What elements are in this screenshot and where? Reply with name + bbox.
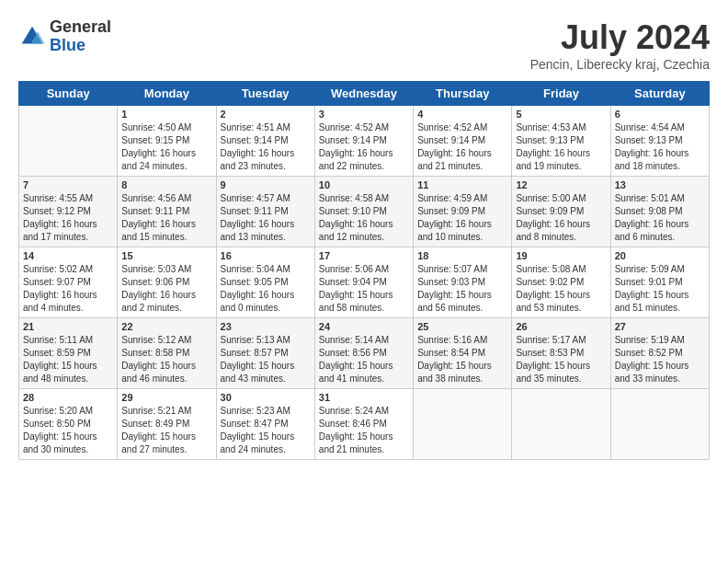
calendar-day: 24Sunrise: 5:14 AMSunset: 8:56 PMDayligh… bbox=[314, 318, 413, 389]
calendar-day: 29Sunrise: 5:21 AMSunset: 8:49 PMDayligh… bbox=[118, 389, 216, 460]
day-info: Sunrise: 5:19 AMSunset: 8:52 PMDaylight:… bbox=[615, 334, 705, 385]
calendar-day: 17Sunrise: 5:06 AMSunset: 9:04 PMDayligh… bbox=[314, 247, 413, 318]
day-number: 25 bbox=[417, 321, 507, 332]
day-info: Sunrise: 5:16 AMSunset: 8:54 PMDaylight:… bbox=[417, 334, 507, 385]
calendar-day: 26Sunrise: 5:17 AMSunset: 8:53 PMDayligh… bbox=[512, 318, 610, 389]
location: Pencin, Liberecky kraj, Czechia bbox=[530, 57, 710, 72]
day-number: 9 bbox=[221, 179, 311, 190]
logo-general: General bbox=[50, 18, 111, 37]
day-info: Sunrise: 5:07 AMSunset: 9:03 PMDaylight:… bbox=[417, 263, 507, 315]
calendar-day: 5Sunrise: 4:53 AMSunset: 9:13 PMDaylight… bbox=[512, 106, 610, 177]
day-info: Sunrise: 4:53 AMSunset: 9:13 PMDaylight:… bbox=[516, 121, 606, 173]
calendar-day: 14Sunrise: 5:02 AMSunset: 9:07 PMDayligh… bbox=[19, 247, 118, 318]
day-number: 23 bbox=[221, 321, 311, 332]
calendar-day: 23Sunrise: 5:13 AMSunset: 8:57 PMDayligh… bbox=[216, 318, 314, 389]
day-number: 16 bbox=[221, 250, 311, 261]
calendar-week-4: 21Sunrise: 5:11 AMSunset: 8:59 PMDayligh… bbox=[19, 318, 710, 389]
day-number: 12 bbox=[516, 179, 606, 190]
day-number: 8 bbox=[121, 179, 211, 190]
day-info: Sunrise: 5:09 AMSunset: 9:01 PMDaylight:… bbox=[615, 263, 705, 315]
day-info: Sunrise: 5:04 AMSunset: 9:05 PMDaylight:… bbox=[221, 263, 311, 315]
col-tuesday: Tuesday bbox=[216, 82, 314, 106]
calendar-day: 12Sunrise: 5:00 AMSunset: 9:09 PMDayligh… bbox=[512, 177, 610, 247]
calendar-week-3: 14Sunrise: 5:02 AMSunset: 9:07 PMDayligh… bbox=[19, 247, 710, 318]
calendar-day: 4Sunrise: 4:52 AMSunset: 9:14 PMDaylight… bbox=[414, 106, 512, 177]
day-number: 17 bbox=[319, 250, 409, 261]
day-info: Sunrise: 4:57 AMSunset: 9:11 PMDaylight:… bbox=[221, 192, 311, 244]
day-number: 2 bbox=[221, 109, 311, 120]
day-info: Sunrise: 5:17 AMSunset: 8:53 PMDaylight:… bbox=[516, 334, 606, 385]
calendar-day: 18Sunrise: 5:07 AMSunset: 9:03 PMDayligh… bbox=[414, 247, 512, 318]
day-info: Sunrise: 5:12 AMSunset: 8:58 PMDaylight:… bbox=[121, 334, 211, 385]
calendar-day: 3Sunrise: 4:52 AMSunset: 9:14 PMDaylight… bbox=[314, 106, 413, 177]
day-number: 31 bbox=[319, 392, 409, 403]
header-row: Sunday Monday Tuesday Wednesday Thursday… bbox=[19, 82, 710, 106]
day-info: Sunrise: 5:20 AMSunset: 8:50 PMDaylight:… bbox=[23, 405, 113, 456]
calendar-day: 13Sunrise: 5:01 AMSunset: 9:08 PMDayligh… bbox=[610, 177, 709, 247]
day-info: Sunrise: 4:56 AMSunset: 9:11 PMDaylight:… bbox=[121, 192, 211, 244]
day-info: Sunrise: 5:03 AMSunset: 9:06 PMDaylight:… bbox=[121, 263, 211, 315]
day-info: Sunrise: 5:08 AMSunset: 9:02 PMDaylight:… bbox=[516, 263, 606, 315]
day-number: 11 bbox=[417, 179, 507, 190]
day-number: 3 bbox=[319, 109, 409, 120]
header: General Blue July 2024 Pencin, Liberecky… bbox=[18, 18, 710, 72]
calendar-week-2: 7Sunrise: 4:55 AMSunset: 9:12 PMDaylight… bbox=[19, 177, 710, 247]
calendar-day: 9Sunrise: 4:57 AMSunset: 9:11 PMDaylight… bbox=[216, 177, 314, 247]
calendar: Sunday Monday Tuesday Wednesday Thursday… bbox=[18, 81, 710, 460]
calendar-day: 15Sunrise: 5:03 AMSunset: 9:06 PMDayligh… bbox=[118, 247, 216, 318]
day-number: 21 bbox=[23, 321, 113, 332]
day-info: Sunrise: 4:50 AMSunset: 9:15 PMDaylight:… bbox=[121, 121, 211, 173]
day-info: Sunrise: 4:54 AMSunset: 9:13 PMDaylight:… bbox=[615, 121, 705, 173]
calendar-day: 19Sunrise: 5:08 AMSunset: 9:02 PMDayligh… bbox=[512, 247, 610, 318]
calendar-day bbox=[414, 389, 512, 460]
calendar-day: 7Sunrise: 4:55 AMSunset: 9:12 PMDaylight… bbox=[19, 177, 118, 247]
calendar-day: 20Sunrise: 5:09 AMSunset: 9:01 PMDayligh… bbox=[610, 247, 709, 318]
calendar-day: 16Sunrise: 5:04 AMSunset: 9:05 PMDayligh… bbox=[216, 247, 314, 318]
month-title: July 2024 bbox=[530, 18, 710, 57]
day-info: Sunrise: 5:21 AMSunset: 8:49 PMDaylight:… bbox=[121, 405, 211, 456]
day-info: Sunrise: 4:52 AMSunset: 9:14 PMDaylight:… bbox=[319, 121, 409, 173]
title-section: July 2024 Pencin, Liberecky kraj, Czechi… bbox=[530, 18, 710, 72]
calendar-day: 2Sunrise: 4:51 AMSunset: 9:14 PMDaylight… bbox=[216, 106, 314, 177]
day-info: Sunrise: 4:55 AMSunset: 9:12 PMDaylight:… bbox=[23, 192, 113, 244]
calendar-day: 21Sunrise: 5:11 AMSunset: 8:59 PMDayligh… bbox=[19, 318, 118, 389]
calendar-week-5: 28Sunrise: 5:20 AMSunset: 8:50 PMDayligh… bbox=[19, 389, 710, 460]
calendar-day: 11Sunrise: 4:59 AMSunset: 9:09 PMDayligh… bbox=[414, 177, 512, 247]
calendar-day: 6Sunrise: 4:54 AMSunset: 9:13 PMDaylight… bbox=[610, 106, 709, 177]
day-number: 13 bbox=[615, 179, 705, 190]
calendar-day: 30Sunrise: 5:23 AMSunset: 8:47 PMDayligh… bbox=[216, 389, 314, 460]
calendar-day: 25Sunrise: 5:16 AMSunset: 8:54 PMDayligh… bbox=[414, 318, 512, 389]
col-sunday: Sunday bbox=[19, 82, 118, 106]
day-number: 20 bbox=[615, 250, 705, 261]
day-info: Sunrise: 5:01 AMSunset: 9:08 PMDaylight:… bbox=[615, 192, 705, 244]
col-saturday: Saturday bbox=[610, 82, 709, 106]
calendar-header: Sunday Monday Tuesday Wednesday Thursday… bbox=[19, 82, 710, 106]
col-wednesday: Wednesday bbox=[314, 82, 413, 106]
day-number: 14 bbox=[23, 250, 113, 261]
calendar-day: 27Sunrise: 5:19 AMSunset: 8:52 PMDayligh… bbox=[610, 318, 709, 389]
day-info: Sunrise: 4:58 AMSunset: 9:10 PMDaylight:… bbox=[319, 192, 409, 244]
logo-icon bbox=[18, 23, 46, 51]
day-number: 26 bbox=[516, 321, 606, 332]
day-number: 29 bbox=[121, 392, 211, 403]
day-info: Sunrise: 5:14 AMSunset: 8:56 PMDaylight:… bbox=[319, 334, 409, 385]
day-number: 4 bbox=[417, 109, 507, 120]
day-info: Sunrise: 4:51 AMSunset: 9:14 PMDaylight:… bbox=[221, 121, 311, 173]
day-number: 30 bbox=[221, 392, 311, 403]
page-container: General Blue July 2024 Pencin, Liberecky… bbox=[0, 0, 728, 469]
calendar-day: 8Sunrise: 4:56 AMSunset: 9:11 PMDaylight… bbox=[118, 177, 216, 247]
day-info: Sunrise: 5:06 AMSunset: 9:04 PMDaylight:… bbox=[319, 263, 409, 315]
day-info: Sunrise: 4:59 AMSunset: 9:09 PMDaylight:… bbox=[417, 192, 507, 244]
day-info: Sunrise: 5:13 AMSunset: 8:57 PMDaylight:… bbox=[221, 334, 311, 385]
day-number: 1 bbox=[121, 109, 211, 120]
calendar-day: 10Sunrise: 4:58 AMSunset: 9:10 PMDayligh… bbox=[314, 177, 413, 247]
day-info: Sunrise: 5:24 AMSunset: 8:46 PMDaylight:… bbox=[319, 405, 409, 456]
calendar-day: 31Sunrise: 5:24 AMSunset: 8:46 PMDayligh… bbox=[314, 389, 413, 460]
calendar-day bbox=[19, 106, 118, 177]
col-friday: Friday bbox=[512, 82, 610, 106]
day-number: 22 bbox=[121, 321, 211, 332]
calendar-day bbox=[512, 389, 610, 460]
day-number: 10 bbox=[319, 179, 409, 190]
calendar-day: 28Sunrise: 5:20 AMSunset: 8:50 PMDayligh… bbox=[19, 389, 118, 460]
day-number: 19 bbox=[516, 250, 606, 261]
